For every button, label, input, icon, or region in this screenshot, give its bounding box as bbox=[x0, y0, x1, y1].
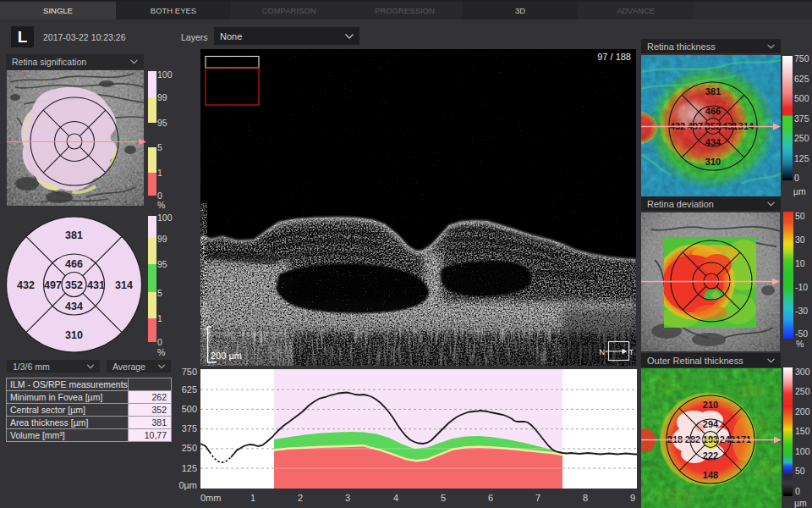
svg-text:T: T bbox=[629, 347, 634, 356]
svg-text:294: 294 bbox=[703, 419, 719, 429]
svg-text:148: 148 bbox=[703, 470, 718, 480]
svg-text:431: 431 bbox=[87, 279, 105, 291]
svg-text:466: 466 bbox=[65, 258, 83, 270]
svg-text:210: 210 bbox=[703, 400, 718, 410]
svg-text:381: 381 bbox=[65, 229, 83, 241]
svg-text:434: 434 bbox=[705, 137, 721, 147]
svg-text:434: 434 bbox=[65, 301, 83, 312]
svg-text:497: 497 bbox=[44, 279, 62, 291]
svg-text:466: 466 bbox=[705, 106, 721, 116]
svg-text:97 / 188: 97 / 188 bbox=[597, 52, 631, 62]
svg-text:314: 314 bbox=[115, 279, 133, 291]
svg-text:381: 381 bbox=[705, 86, 721, 97]
svg-text:200 µm: 200 µm bbox=[211, 351, 242, 361]
svg-text:222: 222 bbox=[703, 450, 718, 461]
svg-text:432: 432 bbox=[17, 279, 35, 291]
svg-text:310: 310 bbox=[65, 329, 83, 341]
svg-text:352: 352 bbox=[65, 279, 83, 291]
svg-text:310: 310 bbox=[705, 157, 721, 167]
svg-text:N: N bbox=[599, 347, 605, 356]
